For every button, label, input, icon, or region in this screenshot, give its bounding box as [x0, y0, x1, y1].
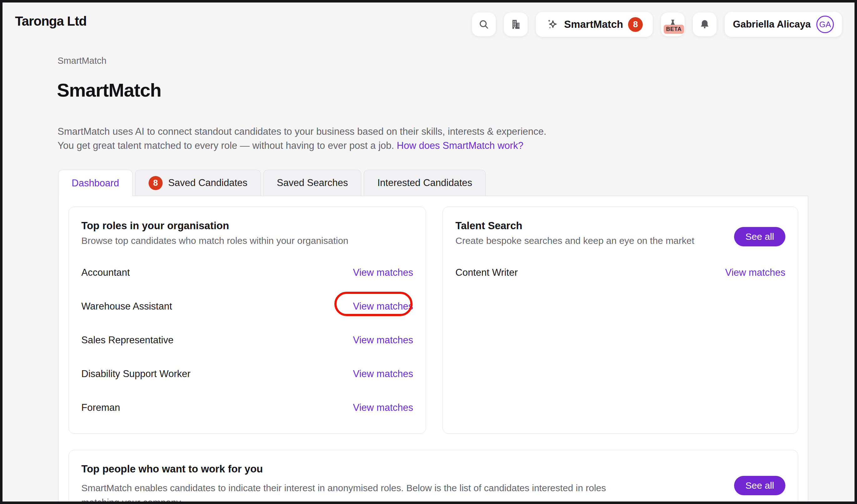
user-name: Gabriella Alicaya — [733, 19, 811, 30]
view-matches-link-foreman[interactable]: View matches — [353, 402, 413, 413]
role-name: Warehouse Assistant — [81, 301, 172, 312]
search-button[interactable] — [472, 13, 496, 36]
tab-bar: Dashboard 8 Saved Candidates Saved Searc… — [58, 170, 486, 196]
smartmatch-nav-button[interactable]: SmartMatch 8 — [536, 12, 653, 37]
view-matches-link-content-writer[interactable]: View matches — [725, 267, 785, 278]
tab-dashboard-label: Dashboard — [72, 178, 119, 189]
interested-see-all-button[interactable]: See all — [734, 476, 785, 495]
page-title: SmartMatch — [57, 80, 161, 101]
company-logo: Taronga Ltd — [15, 14, 87, 29]
tab-saved-searches[interactable]: Saved Searches — [263, 170, 361, 196]
search-name: Content Writer — [455, 267, 518, 278]
interested-candidates-card: Top people who want to work for you Smar… — [68, 450, 798, 504]
tab-interested-candidates[interactable]: Interested Candidates — [364, 170, 485, 196]
beta-badge: BETA — [664, 25, 684, 34]
view-matches-link-accountant[interactable]: View matches — [353, 267, 413, 278]
top-roles-card: Top roles in your organisation Browse to… — [68, 207, 426, 434]
search-icon — [478, 19, 489, 30]
topbar-actions: SmartMatch 8 BETA Gabriella Alicaya GA — [472, 12, 842, 37]
smartmatch-count-badge: 8 — [628, 17, 643, 32]
role-row: Warehouse Assistant View matches — [81, 295, 413, 318]
breadcrumb[interactable]: SmartMatch — [57, 56, 106, 66]
avatar: GA — [816, 16, 834, 33]
page-description: SmartMatch uses AI to connect standout c… — [57, 124, 547, 153]
role-name: Accountant — [81, 267, 130, 278]
role-name: Foreman — [81, 402, 120, 413]
talent-search-list: Content Writer View matches — [455, 261, 785, 284]
talent-search-title: Talent Search — [455, 220, 785, 232]
dashboard-panel: Top roles in your organisation Browse to… — [58, 196, 808, 504]
role-name: Sales Representative — [81, 334, 173, 346]
tab-saved-candidates-label: Saved Candidates — [168, 177, 247, 189]
interested-candidates-title: Top people who want to work for you — [81, 463, 785, 475]
tab-dashboard[interactable]: Dashboard — [58, 170, 133, 196]
page-description-line2: You get great talent matched to every ro… — [57, 140, 394, 151]
view-matches-link-disability-support-worker[interactable]: View matches — [353, 368, 413, 380]
role-row: Disability Support Worker View matches — [81, 362, 413, 386]
bell-icon — [699, 19, 710, 30]
labs-beta-button[interactable]: BETA — [661, 13, 685, 36]
top-roles-list: Accountant View matches Warehouse Assist… — [81, 261, 413, 420]
organisation-button[interactable] — [504, 13, 528, 36]
user-menu-button[interactable]: Gabriella Alicaya GA — [725, 12, 842, 37]
tab-saved-searches-label: Saved Searches — [277, 177, 348, 189]
role-row: Foreman View matches — [81, 396, 413, 420]
view-matches-link-sales-representative[interactable]: View matches — [353, 334, 413, 346]
sparkles-icon — [546, 18, 559, 31]
talent-search-card: Talent Search Create bespoke searches an… — [442, 207, 798, 434]
app-window: Taronga Ltd — [0, 0, 857, 504]
search-row: Content Writer View matches — [455, 261, 785, 284]
tab-interested-candidates-label: Interested Candidates — [377, 177, 472, 189]
role-row: Accountant View matches — [81, 261, 413, 284]
tab-saved-candidates[interactable]: 8 Saved Candidates — [135, 170, 261, 196]
page-description-line1: SmartMatch uses AI to connect standout c… — [57, 126, 547, 137]
view-matches-link-warehouse-assistant[interactable]: View matches — [353, 301, 413, 312]
smartmatch-nav-label: SmartMatch — [564, 18, 623, 30]
role-name: Disability Support Worker — [81, 368, 190, 380]
role-row: Sales Representative View matches — [81, 328, 413, 352]
saved-candidates-count-badge: 8 — [149, 176, 163, 190]
top-roles-subtitle: Browse top candidates who match roles wi… — [81, 234, 413, 247]
notifications-button[interactable] — [693, 13, 717, 36]
how-it-works-link[interactable]: How does SmartMatch work? — [397, 140, 524, 151]
interested-candidates-description: SmartMatch enables candidates to indicat… — [81, 481, 641, 504]
top-roles-title: Top roles in your organisation — [81, 220, 413, 232]
talent-search-see-all-button[interactable]: See all — [734, 227, 785, 246]
building-icon — [510, 19, 521, 30]
